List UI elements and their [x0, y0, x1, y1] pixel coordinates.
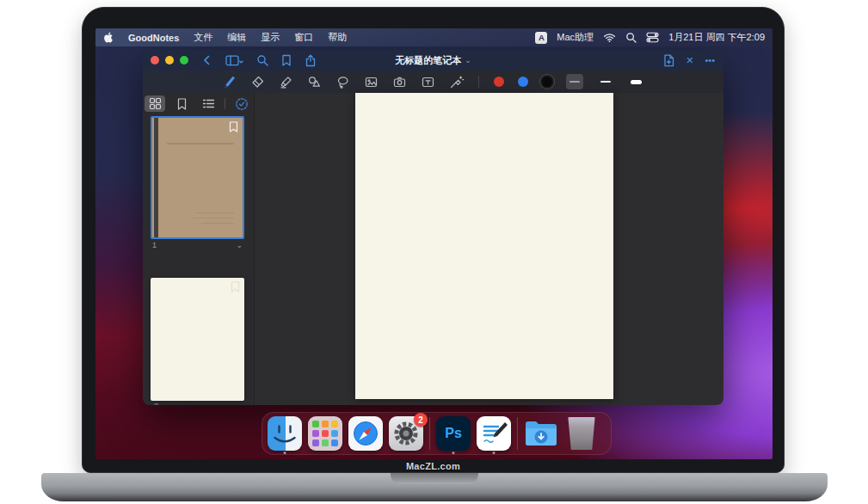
menu-help[interactable]: 帮助 — [328, 31, 347, 44]
drawing-toolbar — [143, 71, 723, 93]
close-document-icon[interactable]: ✕ — [686, 56, 693, 65]
highlighter-tool-icon[interactable] — [279, 75, 293, 89]
running-indicator — [284, 452, 286, 454]
color-swatch-red[interactable] — [494, 77, 504, 87]
dock-goodnotes[interactable] — [477, 413, 511, 454]
laser-pointer-tool-icon[interactable] — [449, 75, 464, 89]
bookmark-icon[interactable] — [281, 54, 292, 66]
laptop-base — [41, 473, 828, 501]
input-source-icon[interactable]: A — [535, 32, 547, 44]
dock-trash[interactable] — [564, 413, 599, 454]
menu-file[interactable]: 文件 — [194, 31, 212, 44]
current-page[interactable] — [355, 93, 613, 399]
apple-logo-icon[interactable] — [103, 32, 114, 44]
display: GoodNotes 文件 编辑 显示 窗口 帮助 A Mac助理 — [95, 28, 773, 459]
more-options-icon[interactable]: ••• — [705, 56, 715, 65]
page-view-icon[interactable] — [225, 54, 243, 67]
zoom-window-button[interactable] — [180, 56, 188, 65]
page-1-chevron-icon[interactable]: ⌄ — [236, 241, 243, 249]
search-icon[interactable] — [256, 54, 268, 66]
menu-window[interactable]: 窗口 — [294, 31, 313, 44]
dock-finder[interactable] — [268, 413, 302, 454]
color-swatch-black[interactable] — [542, 77, 552, 87]
window-title[interactable]: 无标题的笔记本 ⌄ — [395, 54, 471, 67]
toolbar-divider — [478, 76, 479, 88]
finder-icon — [268, 416, 302, 451]
eraser-tool-icon[interactable] — [250, 75, 265, 89]
photoshop-icon: Ps — [436, 416, 471, 451]
menubar-clock[interactable]: 1月21日 周四 下午2:09 — [668, 31, 765, 44]
share-icon[interactable] — [305, 54, 317, 67]
trash-icon — [567, 417, 596, 450]
goodnotes-window: 无标题的笔记本 ⌄ ✕ ••• — [143, 50, 723, 405]
traffic-lights — [151, 56, 188, 65]
add-page-icon[interactable] — [663, 54, 674, 67]
back-icon[interactable] — [201, 54, 212, 66]
mac-assistant-item[interactable]: Mac助理 — [557, 31, 594, 44]
close-window-button[interactable] — [151, 56, 159, 65]
lid-notch — [391, 473, 478, 484]
tab-thumbnails[interactable] — [145, 95, 165, 112]
image-tool-icon[interactable] — [364, 75, 379, 89]
minimize-window-button[interactable] — [165, 56, 174, 65]
laptop-screen-bezel: GoodNotes 文件 编辑 显示 窗口 帮助 A Mac助理 — [82, 7, 785, 473]
tab-outline[interactable] — [198, 95, 219, 112]
thumbnail-bookmark-icon — [231, 280, 240, 296]
wifi-icon[interactable] — [603, 32, 616, 43]
window-titlebar: 无标题的笔记本 ⌄ ✕ ••• — [143, 50, 723, 71]
color-swatch-blue[interactable] — [518, 77, 528, 87]
maczl-watermark: MacZL.com — [83, 461, 784, 471]
menubar-app-name[interactable]: GoodNotes — [128, 33, 179, 43]
thickness-bold[interactable] — [628, 74, 645, 89]
thumbnail-bookmark-icon[interactable] — [229, 120, 238, 136]
thickness-thin-selected[interactable] — [566, 74, 583, 89]
launchpad-icon — [308, 416, 342, 451]
page-2-number: 2 — [154, 402, 158, 405]
menu-bar: GoodNotes 文件 编辑 显示 窗口 帮助 A Mac助理 — [95, 28, 773, 46]
tab-bookmarks[interactable] — [171, 95, 192, 112]
dock-photoshop[interactable]: Ps — [436, 413, 471, 454]
dock-system-preferences[interactable]: 2 — [389, 413, 423, 454]
camera-tool-icon[interactable] — [392, 75, 407, 89]
thumbnail-sidebar: 1 ⌄ 2 — [143, 93, 255, 405]
menu-view[interactable]: 显示 — [261, 31, 280, 44]
dock: 2 Ps — [262, 412, 612, 455]
sidebar-tabs-divider — [225, 98, 225, 109]
dock-separator — [517, 417, 518, 450]
title-chevron-icon: ⌄ — [465, 56, 471, 65]
page-thumbnail-2[interactable] — [151, 278, 244, 401]
notification-badge: 2 — [414, 413, 428, 427]
system-preferences-icon: 2 — [389, 416, 423, 451]
macbook-mockup: GoodNotes 文件 编辑 显示 窗口 帮助 A Mac助理 — [0, 0, 868, 504]
dock-downloads[interactable] — [524, 413, 558, 454]
running-indicator — [493, 452, 496, 454]
thickness-medium[interactable] — [597, 74, 614, 89]
safari-icon — [348, 416, 383, 451]
control-center-icon[interactable] — [646, 32, 659, 43]
shapes-tool-icon[interactable] — [307, 75, 322, 89]
dock-launchpad[interactable] — [308, 413, 342, 454]
note-canvas[interactable] — [255, 93, 723, 405]
pen-tool-icon[interactable] — [222, 75, 237, 89]
goodnotes-icon — [477, 416, 511, 451]
menu-edit[interactable]: 编辑 — [227, 31, 246, 44]
spotlight-search-icon[interactable] — [625, 32, 637, 43]
page-thumbnail-1-selected[interactable] — [151, 116, 244, 239]
lasso-tool-icon[interactable] — [336, 75, 350, 89]
page-1-number: 1 — [152, 241, 157, 249]
dock-safari[interactable] — [348, 413, 383, 454]
select-pages-icon[interactable] — [231, 95, 252, 112]
running-indicator — [452, 452, 455, 454]
downloads-folder-icon — [524, 416, 558, 451]
text-tool-icon[interactable] — [421, 75, 435, 89]
dock-separator — [429, 417, 430, 450]
